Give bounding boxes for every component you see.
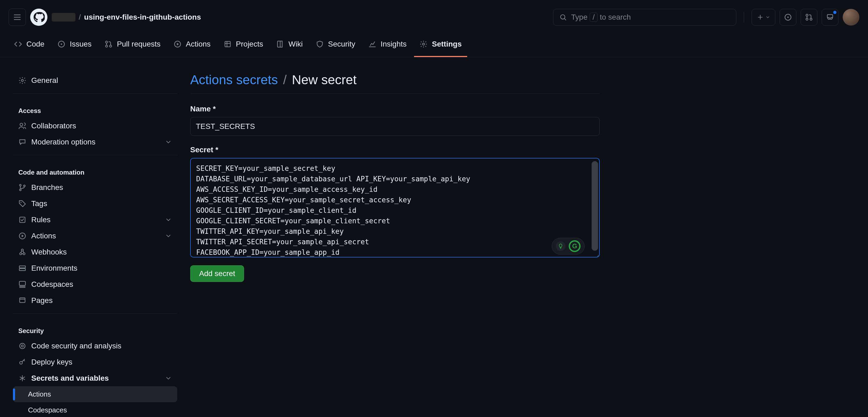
issue-icon [784,13,792,21]
sidebar-item-label: Tags [31,199,47,208]
tab-label: Code [26,40,44,48]
pull-requests-button[interactable] [801,9,817,26]
tab-label: Wiki [288,40,303,48]
tab-label: Actions [186,40,211,48]
header-divider [744,12,744,23]
sidebar-item-environments[interactable]: Environments [13,260,177,276]
sidebar-section-security: Security [13,318,177,338]
breadcrumb: owner / using-env-files-in-github-action… [52,13,549,22]
tab-pull-requests[interactable]: Pull requests [99,34,166,57]
title-separator: / [283,73,287,87]
chevron-down-icon [165,233,172,239]
code-icon [14,40,22,48]
sidebar-item-label: Actions [31,232,56,240]
sidebar-item-tags[interactable]: Tags [13,196,177,212]
sidebar-subitem-codespaces[interactable]: Codespaces [13,402,177,417]
webhook-icon [18,248,26,256]
pr-icon [805,13,813,21]
tab-insights[interactable]: Insights [363,34,412,57]
sidebar-item-label: Actions [28,390,51,398]
inbox-icon [826,13,834,21]
notification-dot [833,11,836,14]
rules-icon [18,216,26,224]
key-icon [18,358,26,366]
scrollbar[interactable] [592,161,598,251]
sidebar-item-label: General [31,76,58,85]
breadcrumb-repo[interactable]: using-env-files-in-github-actions [84,13,201,22]
settings-sidebar: General Access Collaborators Moderation … [13,72,177,417]
sidebar-item-code-security[interactable]: Code security and analysis [13,338,177,354]
github-logo[interactable] [30,9,48,26]
sidebar-item-label: Codespaces [28,406,67,414]
search-input[interactable]: Type / to search [553,9,736,26]
add-secret-button[interactable]: Add secret [190,265,244,282]
asterisk-icon [18,374,26,382]
table-icon [224,40,232,48]
tab-code[interactable]: Code [9,34,50,57]
sidebar-item-label: Code security and analysis [31,342,122,350]
search-icon [559,13,567,21]
sidebar-item-rules[interactable]: Rules [13,212,177,228]
notifications-button[interactable] [822,9,838,26]
hamburger-button[interactable] [9,9,26,26]
title-current: New secret [292,73,356,87]
tab-wiki[interactable]: Wiki [271,34,308,57]
sidebar-section-automation: Code and automation [13,160,177,179]
tab-label: Security [328,40,355,48]
page-title: Actions secrets / New secret [190,72,600,94]
sidebar-item-webhooks[interactable]: Webhooks [13,244,177,260]
caret-down-icon [765,15,770,20]
codespaces-icon [18,280,26,288]
global-header: owner / using-env-files-in-github-action… [0,0,868,34]
issues-button[interactable] [780,9,796,26]
tab-settings[interactable]: Settings [414,34,467,57]
create-new-button[interactable] [752,9,775,26]
sidebar-item-moderation[interactable]: Moderation options [13,134,177,150]
search-placeholder-suffix: to search [600,13,631,22]
tab-projects[interactable]: Projects [218,34,269,57]
sidebar-item-codespaces[interactable]: Codespaces [13,276,177,292]
bulb-icon [556,241,565,251]
sidebar-item-label: Codespaces [31,280,73,289]
scan-icon [18,342,26,350]
plus-icon [757,14,764,21]
sidebar-item-deploy-keys[interactable]: Deploy keys [13,354,177,370]
title-link[interactable]: Actions secrets [190,73,278,87]
sidebar-item-branches[interactable]: Branches [13,179,177,196]
repo-tabs: Code Issues Pull requests Actions Projec… [0,34,868,57]
sidebar-divider [13,313,177,314]
secret-textarea[interactable] [190,158,600,257]
sidebar-item-secrets-variables[interactable]: Secrets and variables [13,370,177,386]
grammarly-widget[interactable]: G [552,238,585,254]
name-input[interactable] [190,117,600,136]
env-icon [18,264,26,272]
breadcrumb-owner[interactable]: owner [52,13,75,22]
sidebar-section-access: Access [13,99,177,118]
sidebar-item-actions[interactable]: Actions [13,228,177,244]
sidebar-divider [13,93,177,94]
tab-label: Insights [381,40,407,48]
sidebar-item-collaborators[interactable]: Collaborators [13,118,177,134]
chevron-down-icon [165,375,172,382]
main-content: Actions secrets / New secret Name * Secr… [190,72,600,417]
sidebar-subitem-actions[interactable]: Actions [13,386,177,402]
tab-security[interactable]: Security [310,34,361,57]
chevron-down-icon [165,139,172,145]
comment-icon [18,138,26,146]
pr-icon [104,40,113,48]
grammarly-badge: G [569,240,581,252]
shield-icon [316,40,324,48]
tab-label: Projects [236,40,263,48]
sidebar-item-label: Moderation options [31,138,95,146]
sidebar-divider [13,155,177,155]
sidebar-item-pages[interactable]: Pages [13,292,177,309]
search-kbd: / [590,13,598,22]
breadcrumb-separator: / [79,13,81,22]
avatar[interactable] [843,9,859,26]
pages-icon [18,297,26,305]
sidebar-item-label: Webhooks [31,248,67,256]
sidebar-item-label: Pages [31,296,53,305]
tab-issues[interactable]: Issues [52,34,97,57]
tab-actions[interactable]: Actions [168,34,216,57]
sidebar-item-general[interactable]: General [13,72,177,89]
